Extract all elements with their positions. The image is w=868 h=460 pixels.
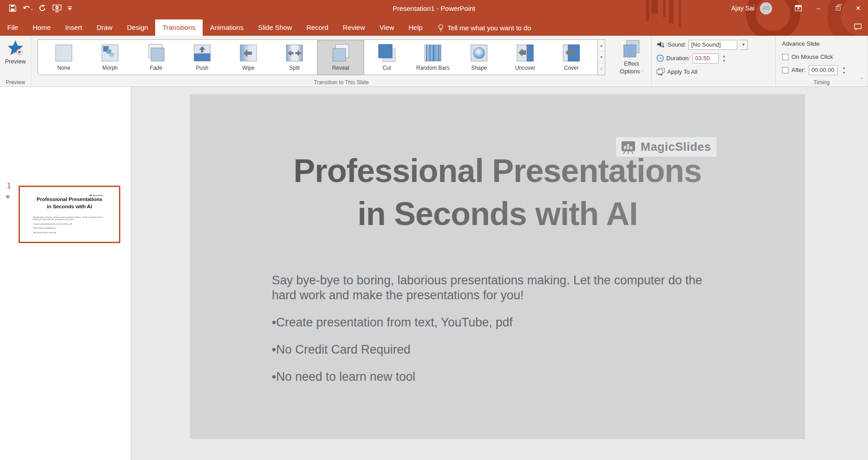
transition-random-bars[interactable]: Random Bars — [410, 41, 456, 75]
restore-button[interactable] — [828, 0, 848, 16]
slide-body-text[interactable]: Say bye-bye to boring, laborious present… — [272, 273, 726, 384]
morph-transition-icon — [100, 43, 120, 63]
after-label: After: — [792, 67, 806, 73]
tab-design[interactable]: Design — [120, 19, 156, 36]
on-mouse-click-label: On Mouse Click — [792, 53, 833, 60]
tab-home[interactable]: Home — [25, 19, 58, 36]
slide-title[interactable]: Professional Presentationsin Seconds wit… — [190, 149, 805, 235]
user-name[interactable]: Ajay Sai — [731, 5, 754, 12]
bullet-item: •Create presentation from text, YouTube,… — [272, 315, 726, 330]
split-transition-icon — [285, 43, 304, 63]
bullet-item: •No Credit Card Required — [272, 342, 726, 357]
preview-group: Preview Preview — [0, 36, 31, 86]
gallery-scroll-up-icon[interactable]: ▲ — [598, 40, 605, 52]
tab-insert[interactable]: Insert — [58, 19, 90, 36]
timing-group-label: Timing — [776, 79, 868, 86]
after-spinner[interactable]: ▲▼ — [841, 65, 847, 75]
transition-cover[interactable]: Cover — [548, 41, 594, 75]
shape-transition-icon — [469, 43, 489, 63]
tab-transitions[interactable]: Transitions — [155, 19, 203, 36]
slide-thumbnail-panel: 1 ★ MagicSlides Professional Presentatio… — [0, 87, 131, 460]
gallery-scroll-down-icon[interactable]: ▼ — [598, 52, 605, 63]
preview-button[interactable]: Preview — [5, 40, 26, 65]
advance-slide-group: Advance Slide On Mouse Click After: 00:0… — [776, 36, 868, 86]
after-checkbox[interactable] — [782, 67, 788, 73]
transition-morph[interactable]: Morph — [87, 41, 133, 75]
transition-star-icon[interactable]: ★ — [5, 193, 11, 200]
transition-reveal[interactable]: Reveal — [318, 41, 364, 75]
feedback-comment-icon[interactable] — [854, 24, 862, 32]
duration-input[interactable]: 03.50 — [693, 53, 719, 63]
duration-spinner[interactable]: ▲▼ — [721, 53, 727, 63]
tab-file[interactable]: File — [0, 19, 25, 36]
tab-animations[interactable]: Animations — [203, 19, 251, 36]
tab-slide-show[interactable]: Slide Show — [251, 19, 299, 36]
preview-group-label: Preview — [0, 79, 31, 86]
duration-clock-icon — [656, 54, 664, 62]
duration-label: Duration: — [666, 55, 690, 62]
transition-shape[interactable]: Shape — [456, 41, 502, 75]
sound-label: Sound: — [668, 41, 686, 48]
reveal-transition-icon — [331, 43, 351, 63]
tell-me-box[interactable]: Tell me what you want to do — [438, 19, 531, 36]
random-bars-transition-icon — [423, 43, 443, 63]
minimize-button[interactable]: – — [808, 0, 828, 16]
ribbon: Preview Preview None Morph Fade — [0, 36, 868, 87]
cover-transition-icon — [561, 43, 581, 63]
bullet-item: •No need to learn new tool — [272, 369, 726, 384]
tab-review[interactable]: Review — [336, 19, 372, 36]
wipe-transition-icon — [238, 43, 258, 63]
apply-to-all-icon — [656, 68, 665, 76]
gallery-more-icon[interactable]: ▽ — [598, 63, 605, 75]
slide-thumbnail[interactable]: MagicSlides Professional Presentationsin… — [19, 186, 120, 243]
preview-star-icon — [7, 40, 24, 56]
transition-gallery: None Morph Fade Push Wipe — [38, 39, 598, 75]
sound-select[interactable]: [No Sound] — [688, 40, 737, 50]
tab-draw[interactable]: Draw — [90, 19, 120, 36]
lightbulb-icon — [438, 24, 444, 32]
app-header: Presentation1 - PowerPoint Ajay Sai AS –… — [0, 0, 868, 36]
tab-record[interactable]: Record — [299, 19, 335, 36]
slide-number: 1 — [7, 182, 11, 191]
avatar[interactable]: AS — [760, 2, 772, 14]
transition-push[interactable]: Push — [179, 41, 225, 75]
sound-dropdown-icon[interactable]: ▼ — [740, 40, 748, 50]
advance-slide-label: Advance Slide — [782, 38, 868, 49]
effect-options-icon — [622, 39, 641, 58]
ribbon-display-options-icon[interactable] — [788, 0, 808, 16]
after-input[interactable]: 00:00.00 — [809, 65, 838, 75]
transition-split[interactable]: Split — [271, 41, 318, 75]
editor-canvas: MagicSlides Professional Presentationsin… — [131, 87, 868, 460]
transition-gallery-group: None Morph Fade Push Wipe — [31, 36, 652, 86]
cut-transition-icon — [377, 43, 397, 63]
transition-uncover[interactable]: Uncover — [502, 41, 548, 75]
slide-editor[interactable]: MagicSlides Professional Presentationsin… — [190, 94, 805, 439]
transition-fade[interactable]: Fade — [133, 41, 179, 75]
none-transition-icon — [54, 43, 74, 63]
sound-icon — [656, 41, 665, 49]
tab-view[interactable]: View — [372, 19, 401, 36]
on-mouse-click-checkbox[interactable] — [782, 54, 788, 60]
titlebar: Presentation1 - PowerPoint Ajay Sai AS –… — [0, 0, 868, 16]
collapse-ribbon-icon[interactable]: ˆ — [861, 77, 863, 84]
apply-to-all-button[interactable]: Apply To All — [667, 68, 697, 75]
transition-cut[interactable]: Cut — [364, 41, 410, 75]
fade-transition-icon — [146, 43, 166, 63]
push-transition-icon — [192, 43, 212, 63]
uncover-transition-icon — [515, 43, 535, 63]
ribbon-tabs: File Home Insert Draw Design Transitions… — [0, 16, 868, 36]
transition-group-label: Transition to This Slide — [31, 79, 651, 86]
tab-help[interactable]: Help — [401, 19, 430, 36]
close-button[interactable]: ✕ — [848, 0, 868, 16]
timing-sound-group: Sound: [No Sound] ▼ Duration: 03.50 ▲▼ A… — [652, 36, 776, 86]
gallery-scrollbar: ▲ ▼ ▽ — [598, 39, 605, 75]
transition-wipe[interactable]: Wipe — [225, 41, 271, 75]
transition-none[interactable]: None — [41, 41, 87, 75]
